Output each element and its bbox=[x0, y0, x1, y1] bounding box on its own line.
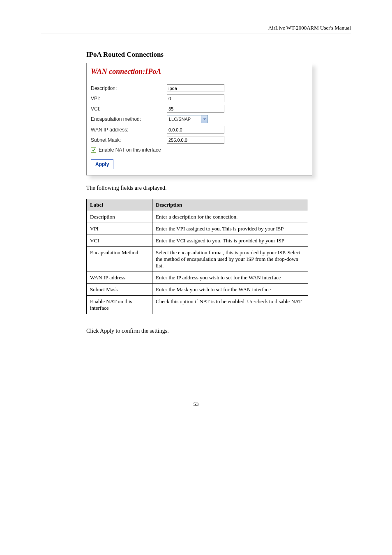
vpi-input[interactable] bbox=[167, 94, 224, 102]
cell-label: Subnet Mask bbox=[87, 284, 152, 296]
cell-label: Enable NAT on this interface bbox=[87, 296, 152, 314]
cell-desc: Enter the VCI assigned to you. This is p… bbox=[152, 235, 308, 247]
cell-label: VPI bbox=[87, 223, 152, 235]
check-icon bbox=[92, 148, 96, 152]
closing-text: Click Apply to confirm the settings. bbox=[86, 327, 351, 335]
cell-desc: Enter the VPI assigned to you. This is p… bbox=[152, 223, 308, 235]
table-row: WAN IP address Enter the IP address you … bbox=[87, 272, 308, 284]
description-input[interactable] bbox=[167, 84, 224, 92]
encaps-select[interactable]: LLC/SNAP bbox=[167, 115, 208, 123]
cell-desc: Enter the Mask you wish to set for the W… bbox=[152, 284, 308, 296]
chevron-down-icon bbox=[201, 115, 208, 123]
th-desc: Description bbox=[152, 199, 308, 211]
nat-checkbox[interactable] bbox=[91, 147, 96, 153]
table-row: VPI Enter the VPI assigned to you. This … bbox=[87, 223, 308, 235]
table-row: Subnet Mask Enter the Mask you wish to s… bbox=[87, 284, 308, 296]
th-label: Label bbox=[87, 199, 152, 211]
vci-input[interactable] bbox=[167, 105, 224, 113]
table-row: VCI Enter the VCI assigned to you. This … bbox=[87, 235, 308, 247]
cell-desc: Check this option if NAT is to be enable… bbox=[152, 296, 308, 314]
vci-label: VCI: bbox=[91, 106, 167, 112]
wanip-input[interactable] bbox=[167, 126, 224, 134]
subnet-input[interactable] bbox=[167, 136, 224, 144]
intro-text: The following fields are displayed. bbox=[86, 184, 351, 192]
cell-desc: Select the encapsulation format, this is… bbox=[152, 247, 308, 272]
section-heading: IPoA Routed Connections bbox=[86, 51, 351, 59]
cell-label: Description bbox=[87, 211, 152, 223]
cell-label: VCI bbox=[87, 235, 152, 247]
cell-desc: Enter a description for the connection. bbox=[152, 211, 308, 223]
panel-title: WAN connection:IPoA bbox=[91, 67, 308, 76]
description-label: Description: bbox=[91, 85, 167, 91]
doc-header-title: AirLive WT-2000ARM User's Manual bbox=[41, 25, 351, 34]
description-table: Label Description Description Enter a de… bbox=[86, 199, 308, 314]
table-row: Enable NAT on this interface Check this … bbox=[87, 296, 308, 314]
nat-label: Enable NAT on this interface bbox=[99, 147, 161, 153]
encaps-label: Encapsulation method: bbox=[91, 116, 167, 122]
apply-button[interactable]: Apply bbox=[91, 159, 113, 169]
encaps-value: LLC/SNAP bbox=[167, 117, 201, 122]
vpi-label: VPI: bbox=[91, 96, 167, 101]
table-row: Description Enter a description for the … bbox=[87, 211, 308, 223]
header-rule bbox=[41, 34, 351, 34]
config-screenshot: WAN connection:IPoA Description: VPI: VC… bbox=[86, 63, 312, 175]
subnet-label: Subnet Mask: bbox=[91, 137, 167, 143]
wanip-label: WAN IP address: bbox=[91, 127, 167, 133]
cell-label: WAN IP address bbox=[87, 272, 152, 284]
cell-desc: Enter the IP address you wish to set for… bbox=[152, 272, 308, 284]
table-row: Encapsulation Method Select the encapsul… bbox=[87, 247, 308, 272]
cell-label: Encapsulation Method bbox=[87, 247, 152, 272]
page-number: 53 bbox=[41, 401, 351, 408]
